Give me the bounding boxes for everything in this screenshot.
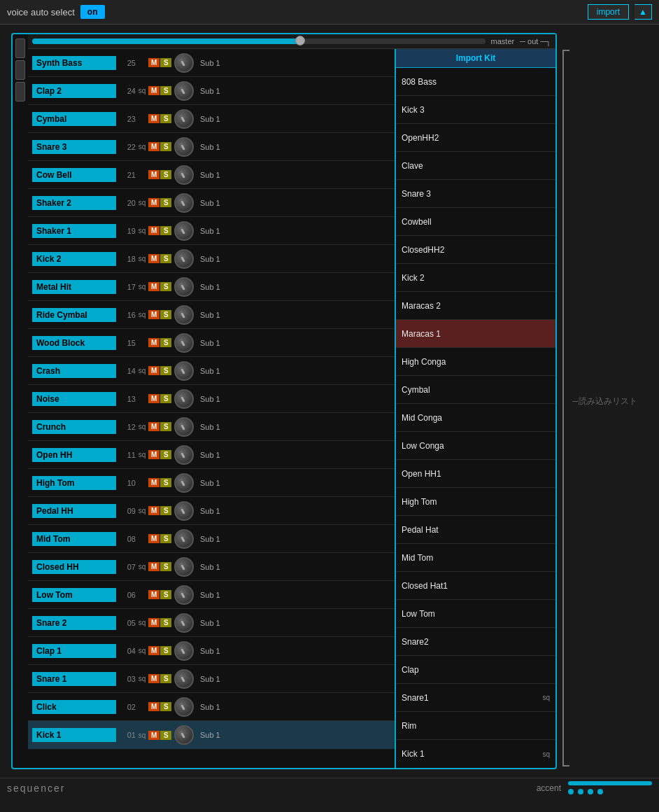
import-item[interactable]: Snare 3 [396,180,555,208]
solo-button[interactable]: S [160,590,171,599]
channel-name-button[interactable]: Wood Block [32,336,116,350]
mute-button[interactable]: M [148,478,160,487]
mute-button[interactable]: M [148,86,160,95]
volume-knob[interactable] [174,165,194,185]
solo-button[interactable]: S [160,702,171,711]
import-arrow-button[interactable]: ▲ [635,4,652,20]
volume-knob[interactable] [174,557,194,577]
volume-knob[interactable] [174,473,194,493]
mute-button[interactable]: M [148,114,160,123]
solo-button[interactable]: S [160,618,171,627]
channel-name-button[interactable]: Click [32,700,116,714]
volume-knob[interactable] [174,249,194,269]
solo-button[interactable]: S [160,142,171,151]
solo-button[interactable]: S [160,646,171,655]
volume-knob[interactable] [174,81,194,101]
solo-button[interactable]: S [160,114,171,123]
channel-name-button[interactable]: Cymbal [32,112,116,126]
volume-knob[interactable] [174,445,194,465]
solo-button[interactable]: S [160,338,171,347]
channel-name-button[interactable]: Metal Hit [32,280,116,294]
import-item[interactable]: Cowbell [396,208,555,236]
solo-button[interactable]: S [160,226,171,235]
channel-name-button[interactable]: Closed HH [32,560,116,574]
import-item[interactable]: Maracas 2 [396,292,555,320]
channel-name-button[interactable]: Pedal HH [32,504,116,518]
mute-button[interactable]: M [148,394,160,403]
channel-name-button[interactable]: Clap 1 [32,644,116,658]
volume-knob[interactable] [174,137,194,157]
solo-button[interactable]: S [160,58,171,67]
channel-name-button[interactable]: Shaker 2 [32,196,116,210]
solo-button[interactable]: S [160,282,171,291]
import-item[interactable]: Snare1 sq [396,684,555,712]
solo-button[interactable]: S [160,731,171,740]
import-item[interactable]: Clap [396,656,555,684]
volume-knob[interactable] [174,641,194,661]
mute-button[interactable]: M [148,198,160,207]
import-item[interactable]: Clave [396,152,555,180]
volume-knob[interactable] [174,585,194,605]
volume-knob[interactable] [174,109,194,129]
channel-name-button[interactable]: Snare 2 [32,616,116,630]
channel-name-button[interactable]: Clap 2 [32,84,116,98]
mute-button[interactable]: M [148,590,160,599]
import-item[interactable]: Maracas 1 [396,320,555,348]
volume-knob[interactable] [174,725,194,745]
import-item[interactable]: Kick 3 [396,96,555,124]
solo-button[interactable]: S [160,534,171,543]
channel-name-button[interactable]: Kick 1 [32,728,116,742]
side-btn-2[interactable] [15,60,25,80]
mute-button[interactable]: M [148,282,160,291]
volume-knob[interactable] [174,193,194,213]
mute-button[interactable]: M [148,506,160,515]
import-item[interactable]: Mid Tom [396,544,555,572]
mute-button[interactable]: M [148,562,160,571]
mute-button[interactable]: M [148,366,160,375]
channel-name-button[interactable]: Low Tom [32,588,116,602]
import-item[interactable]: Cymbal [396,376,555,404]
channel-name-button[interactable]: Mid Tom [32,532,116,546]
volume-knob[interactable] [174,277,194,297]
volume-knob[interactable] [174,53,194,73]
mute-button[interactable]: M [148,338,160,347]
import-item[interactable]: Snare2 [396,628,555,656]
solo-button[interactable]: S [160,198,171,207]
mute-button[interactable]: M [148,310,160,319]
mute-button[interactable]: M [148,646,160,655]
solo-button[interactable]: S [160,422,171,431]
import-item[interactable]: OpenHH2 [396,124,555,152]
import-item[interactable]: Low Tom [396,600,555,628]
solo-button[interactable]: S [160,254,171,263]
channel-name-button[interactable]: Snare 3 [32,140,116,154]
channel-name-button[interactable]: Snare 1 [32,672,116,686]
solo-button[interactable]: S [160,450,171,459]
channel-name-button[interactable]: Crunch [32,420,116,434]
channel-name-button[interactable]: Crash [32,364,116,378]
mute-button[interactable]: M [148,534,160,543]
channel-name-button[interactable]: Noise [32,392,116,406]
channel-name-button[interactable]: Synth Bass [32,56,116,70]
volume-knob[interactable] [174,697,194,717]
mute-button[interactable]: M [148,674,160,683]
import-item[interactable]: High Tom [396,488,555,516]
import-item[interactable]: Pedal Hat [396,516,555,544]
side-btn-3[interactable] [15,82,25,102]
channel-name-button[interactable]: Open HH [32,448,116,462]
import-item[interactable]: Rim [396,712,555,740]
on-button[interactable]: on [80,5,105,19]
solo-button[interactable]: S [160,478,171,487]
mute-button[interactable]: M [148,254,160,263]
import-item[interactable]: Closed Hat1 [396,572,555,600]
solo-button[interactable]: S [160,366,171,375]
mute-button[interactable]: M [148,702,160,711]
solo-button[interactable]: S [160,674,171,683]
channel-name-button[interactable]: Shaker 1 [32,224,116,238]
volume-knob[interactable] [174,417,194,437]
volume-knob[interactable] [174,361,194,381]
mute-button[interactable]: M [148,170,160,179]
import-item[interactable]: Kick 1 sq [396,740,555,768]
solo-button[interactable]: S [160,506,171,515]
mute-button[interactable]: M [148,142,160,151]
import-item[interactable]: High Conga [396,348,555,376]
